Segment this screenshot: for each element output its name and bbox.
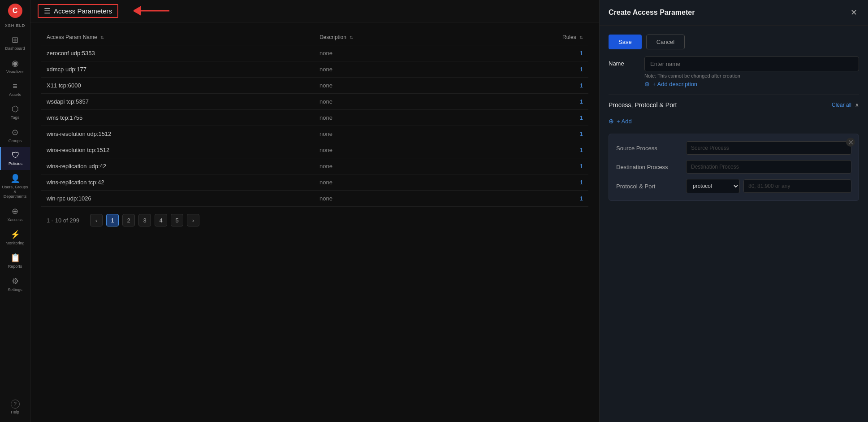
sort-icon: ⇅ <box>350 35 353 40</box>
sidebar-item-label: Monitoring <box>5 241 24 246</box>
name-field-group: Name Note: This cannot be changed after … <box>609 57 859 87</box>
source-process-label: Source Process <box>616 145 679 152</box>
page-title: Access Parameters <box>54 7 112 15</box>
sidebar-item-users-groups[interactable]: 👤 Users, Groups & Departments <box>0 170 30 203</box>
sidebar-item-label: Users, Groups & Departments <box>2 185 28 199</box>
page-btn-2[interactable]: 2 <box>122 214 135 226</box>
sidebar-item-label: Visualizer <box>6 70 24 74</box>
cell-description: none <box>314 158 475 174</box>
table-row[interactable]: xdmcp udp:177 none 1 <box>41 61 588 78</box>
sidebar-item-label: Assets <box>9 92 21 97</box>
page-header: ☰ Access Parameters <box>30 0 599 22</box>
table-row[interactable]: win-rpc udp:1026 none 1 <box>41 191 588 207</box>
table-row[interactable]: wins-replication udp:42 none 1 <box>41 158 588 174</box>
col-header-description[interactable]: Description ⇅ <box>314 30 475 45</box>
sidebar-item-label: Policies <box>9 161 22 166</box>
rule-card: ✕ Source Process Destination Process Pro… <box>609 134 859 201</box>
cell-rules: 1 <box>475 191 588 207</box>
cell-description: none <box>314 191 475 207</box>
table-row[interactable]: wsdapi tcp:5357 none 1 <box>41 94 588 110</box>
cell-rules: 1 <box>475 61 588 78</box>
clear-all-button[interactable]: Clear all <box>832 102 851 108</box>
page-range: 1 - 10 of 299 <box>47 217 79 224</box>
port-input[interactable] <box>743 179 851 193</box>
xaccess-icon: ⊕ <box>12 206 18 216</box>
sort-icon: ⇅ <box>100 35 104 40</box>
chevron-up-icon: ∧ <box>855 102 859 108</box>
sort-icon: ⇅ <box>579 35 583 40</box>
sidebar-item-label: Groups <box>9 139 22 144</box>
protocol-port-controls: protocol tcp udp icmp any <box>686 179 851 193</box>
cell-name: win-rpc udp:1026 <box>41 191 314 207</box>
page-btn-1[interactable]: 1 <box>106 214 119 226</box>
cancel-button[interactable]: Cancel <box>646 35 685 49</box>
cell-rules: 1 <box>475 110 588 126</box>
col-header-rules[interactable]: Rules ⇅ <box>475 30 588 45</box>
groups-icon: ⊙ <box>12 127 18 137</box>
app-logo[interactable]: C <box>8 4 22 18</box>
sidebar-item-assets[interactable]: ≡ Assets <box>0 78 30 101</box>
protocol-port-label: Protocol & Port <box>616 183 679 190</box>
protocol-port-row: Protocol & Port protocol tcp udp icmp an… <box>616 179 851 193</box>
panel-actions: Save Cancel <box>609 35 859 49</box>
sidebar-item-help[interactable]: ? Help <box>0 396 30 418</box>
table-row[interactable]: wins-replication tcp:42 none 1 <box>41 174 588 191</box>
sidebar-item-xaccess[interactable]: ⊕ Xaccess <box>0 203 30 226</box>
cell-description: none <box>314 142 475 158</box>
destination-process-label: Destination Process <box>616 164 679 170</box>
next-page-btn[interactable]: › <box>187 214 199 226</box>
page-btn-3[interactable]: 3 <box>138 214 151 226</box>
create-panel: Create Access Parameter ✕ Save Cancel Na… <box>599 0 868 422</box>
sidebar-item-reports[interactable]: 📋 Reports <box>0 249 30 273</box>
name-input[interactable] <box>644 57 859 71</box>
table-row[interactable]: wins-resolution tcp:1512 none 1 <box>41 142 588 158</box>
source-process-input[interactable] <box>686 141 851 155</box>
table-container: Access Param Name ⇅ Description ⇅ Rules … <box>30 22 599 422</box>
tags-icon: ⬡ <box>12 104 19 114</box>
protocol-select[interactable]: protocol tcp udp icmp any <box>686 179 740 193</box>
sidebar-item-label: Xaccess <box>7 218 22 222</box>
save-button[interactable]: Save <box>609 35 642 49</box>
prev-page-btn[interactable]: ‹ <box>90 214 103 226</box>
cell-description: none <box>314 126 475 142</box>
sidebar-item-groups[interactable]: ⊙ Groups <box>0 124 30 147</box>
menu-icon: ☰ <box>44 7 50 15</box>
close-button[interactable]: ✕ <box>848 7 859 18</box>
plus-circle-icon: ⊕ <box>644 80 650 87</box>
sidebar-item-settings[interactable]: ⚙ Settings <box>0 273 30 296</box>
sidebar-item-monitoring[interactable]: ⚡ Monitoring <box>0 226 30 249</box>
sidebar-item-dashboard[interactable]: ⊞ Dashboard <box>0 31 30 55</box>
destination-process-input[interactable] <box>686 160 851 174</box>
cell-description: none <box>314 110 475 126</box>
table-row[interactable]: X11 tcp:6000 none 1 <box>41 78 588 94</box>
cell-name: wins-resolution tcp:1512 <box>41 142 314 158</box>
table-row[interactable]: zeroconf udp:5353 none 1 <box>41 45 588 61</box>
reports-icon: 📋 <box>10 253 20 263</box>
policies-icon: 🛡 <box>12 151 20 160</box>
sidebar-item-label: Tags <box>11 115 19 120</box>
help-icon: ? <box>11 400 20 409</box>
section-header: Process, Protocol & Port Clear all ∧ <box>609 95 859 109</box>
page-btn-5[interactable]: 5 <box>171 214 183 226</box>
section-actions: Clear all ∧ <box>832 102 859 108</box>
page-btn-4[interactable]: 4 <box>155 214 167 226</box>
cell-description: none <box>314 45 475 61</box>
cell-description: none <box>314 94 475 110</box>
visualizer-icon: ◉ <box>12 58 19 68</box>
table-row[interactable]: wms tcp:1755 none 1 <box>41 110 588 126</box>
sidebar-item-label: Settings <box>8 287 22 292</box>
name-note: Note: This cannot be changed after creat… <box>644 73 859 78</box>
rule-remove-button[interactable]: ✕ <box>846 138 855 147</box>
sidebar-item-policies[interactable]: 🛡 Policies <box>0 147 30 170</box>
add-description-button[interactable]: ⊕ + Add description <box>644 80 859 87</box>
add-rule-button[interactable]: ⊕ + Add <box>609 116 859 126</box>
sidebar-item-tags[interactable]: ⬡ Tags <box>0 100 30 124</box>
cell-description: none <box>314 61 475 78</box>
sidebar-item-visualizer[interactable]: ◉ Visualizer <box>0 55 30 78</box>
table-row[interactable]: wins-resolution udp:1512 none 1 <box>41 126 588 142</box>
cell-rules: 1 <box>475 45 588 61</box>
col-header-name[interactable]: Access Param Name ⇅ <box>41 30 314 45</box>
cell-name: wins-resolution udp:1512 <box>41 126 314 142</box>
name-label: Name <box>609 57 635 67</box>
cell-rules: 1 <box>475 78 588 94</box>
